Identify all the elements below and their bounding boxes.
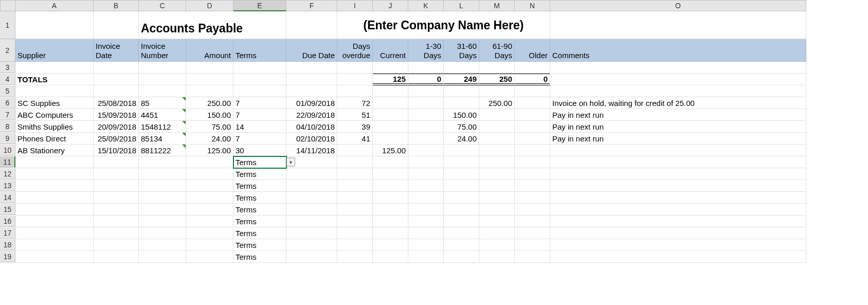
header-days-overdue[interactable]: Days overdue bbox=[337, 39, 373, 62]
company-name-title[interactable]: (Enter Company Name Here) bbox=[337, 11, 550, 39]
invoice-number-cell[interactable]: 1548112 bbox=[139, 121, 186, 133]
cell[interactable] bbox=[515, 227, 550, 239]
cell[interactable] bbox=[337, 168, 373, 180]
cell[interactable] bbox=[550, 62, 806, 74]
cell[interactable] bbox=[94, 180, 139, 192]
cell[interactable] bbox=[139, 62, 186, 74]
cell[interactable] bbox=[479, 62, 515, 74]
cell[interactable] bbox=[479, 204, 515, 216]
cell[interactable] bbox=[337, 251, 373, 263]
total-61-90[interactable]: 250 bbox=[479, 74, 515, 85]
cell[interactable] bbox=[233, 74, 286, 85]
current-cell[interactable] bbox=[373, 133, 408, 145]
terms-cell[interactable]: 7 bbox=[233, 133, 286, 145]
cell[interactable] bbox=[186, 180, 233, 192]
cell[interactable] bbox=[139, 156, 186, 168]
terms-cell[interactable]: 7 bbox=[233, 97, 286, 109]
terms-cell[interactable]: 7 bbox=[233, 109, 286, 121]
header-supplier[interactable]: Supplier bbox=[15, 39, 94, 62]
cell[interactable] bbox=[408, 204, 444, 216]
cell[interactable] bbox=[444, 192, 479, 204]
cell[interactable] bbox=[373, 62, 408, 74]
comments-cell[interactable]: Pay in next run bbox=[550, 133, 806, 145]
older-cell[interactable] bbox=[515, 145, 550, 156]
d61-90-cell[interactable] bbox=[479, 145, 515, 156]
header-current[interactable]: Current bbox=[373, 39, 408, 62]
cell[interactable] bbox=[186, 85, 233, 97]
cell[interactable] bbox=[373, 227, 408, 239]
cell[interactable] bbox=[373, 168, 408, 180]
cell[interactable] bbox=[408, 216, 444, 227]
col-header-D[interactable]: D bbox=[186, 0, 233, 11]
terms-cell[interactable]: 30 bbox=[233, 145, 286, 156]
d31-60-cell[interactable]: 75.00 bbox=[444, 121, 479, 133]
cell[interactable] bbox=[479, 192, 515, 204]
cell[interactable] bbox=[515, 85, 550, 97]
cell[interactable] bbox=[479, 168, 515, 180]
cell[interactable] bbox=[139, 251, 186, 263]
cell-B1[interactable] bbox=[94, 11, 139, 39]
col-header-E[interactable]: E bbox=[233, 0, 286, 11]
row-header-3[interactable]: 3 bbox=[0, 62, 15, 73]
cell[interactable] bbox=[550, 85, 806, 97]
d1-30-cell[interactable] bbox=[408, 109, 444, 121]
current-cell[interactable] bbox=[373, 109, 408, 121]
col-header-F[interactable]: F bbox=[286, 0, 337, 11]
cell[interactable] bbox=[444, 216, 479, 227]
row-header-9[interactable]: 9 bbox=[0, 133, 15, 144]
row-header-11[interactable]: 11 bbox=[0, 156, 15, 168]
terms-placeholder-cell[interactable]: Terms bbox=[233, 168, 286, 180]
cell[interactable] bbox=[550, 74, 806, 85]
cell[interactable] bbox=[444, 156, 479, 168]
cell[interactable] bbox=[373, 180, 408, 192]
cell[interactable] bbox=[479, 85, 515, 97]
cell[interactable] bbox=[515, 168, 550, 180]
amount-cell[interactable]: 250.00 bbox=[186, 97, 233, 109]
supplier-cell[interactable]: Smiths Supplies bbox=[15, 121, 94, 133]
d61-90-cell[interactable] bbox=[479, 133, 515, 145]
cell[interactable] bbox=[286, 168, 337, 180]
cell[interactable] bbox=[94, 251, 139, 263]
row-header-10[interactable]: 10 bbox=[0, 145, 15, 156]
cell[interactable] bbox=[550, 168, 806, 180]
cell[interactable] bbox=[479, 156, 515, 168]
cell[interactable] bbox=[373, 251, 408, 263]
cell[interactable] bbox=[444, 85, 479, 97]
col-header-J[interactable]: J bbox=[373, 0, 408, 11]
due-date-cell[interactable]: 14/11/2018 bbox=[286, 145, 337, 156]
terms-placeholder-cell[interactable]: Terms bbox=[233, 216, 286, 227]
cell[interactable] bbox=[139, 168, 186, 180]
cell[interactable] bbox=[550, 180, 806, 192]
cell[interactable] bbox=[515, 216, 550, 227]
row-header-14[interactable]: 14 bbox=[0, 192, 15, 203]
days-overdue-cell[interactable] bbox=[337, 145, 373, 156]
col-header-M[interactable]: M bbox=[479, 0, 515, 11]
invoice-date-cell[interactable]: 15/09/2018 bbox=[94, 109, 139, 121]
header-31-60[interactable]: 31-60 Days bbox=[444, 39, 479, 62]
cell[interactable] bbox=[139, 227, 186, 239]
header-1-30[interactable]: 1-30 Days bbox=[408, 39, 444, 62]
cell[interactable] bbox=[186, 62, 233, 74]
cell[interactable] bbox=[444, 62, 479, 74]
cell-F1[interactable] bbox=[286, 11, 337, 39]
cell[interactable] bbox=[550, 227, 806, 239]
cell[interactable] bbox=[550, 156, 806, 168]
due-date-cell[interactable]: 01/09/2018 bbox=[286, 97, 337, 109]
cell[interactable] bbox=[515, 156, 550, 168]
cell[interactable] bbox=[515, 62, 550, 74]
cell[interactable] bbox=[373, 85, 408, 97]
cell[interactable] bbox=[408, 251, 444, 263]
dropdown-button[interactable]: ▼ bbox=[286, 158, 295, 167]
col-header-O[interactable]: O bbox=[550, 0, 806, 11]
invoice-number-cell[interactable]: 85134 bbox=[139, 133, 186, 145]
cell[interactable] bbox=[186, 74, 233, 85]
cell[interactable] bbox=[94, 239, 139, 251]
d31-60-cell[interactable]: 150.00 bbox=[444, 109, 479, 121]
current-cell[interactable] bbox=[373, 121, 408, 133]
cell[interactable] bbox=[337, 227, 373, 239]
cell[interactable] bbox=[408, 62, 444, 74]
invoice-number-cell[interactable]: 4451 bbox=[139, 109, 186, 121]
days-overdue-cell[interactable]: 39 bbox=[337, 121, 373, 133]
d1-30-cell[interactable] bbox=[408, 133, 444, 145]
supplier-cell[interactable]: Phones Direct bbox=[15, 133, 94, 145]
